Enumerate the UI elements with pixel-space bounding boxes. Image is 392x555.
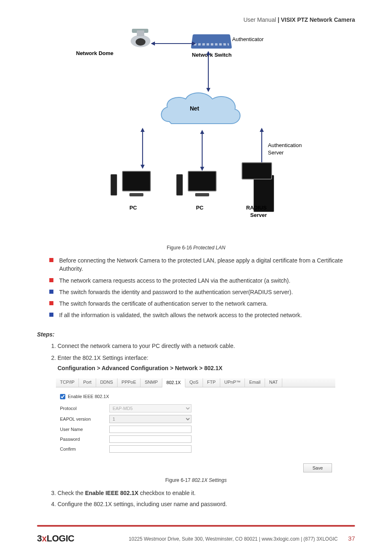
tab-email[interactable]: Email xyxy=(245,378,265,387)
password-label: Password xyxy=(60,437,109,442)
note-item: If all the information is validated, the… xyxy=(49,311,355,319)
svg-marker-6 xyxy=(192,41,196,46)
figure-6-17-prefix: Figure 6-17 xyxy=(165,477,190,483)
svg-marker-8 xyxy=(206,51,210,55)
tab-ddns[interactable]: DDNS xyxy=(96,378,118,387)
logo-3: 3 xyxy=(37,533,42,543)
confirm-input[interactable] xyxy=(109,445,191,453)
page-footer: 3xLOGIC 10225 Westmoor Drive, Suite 300,… xyxy=(37,533,355,544)
figure-6-17-title: 802.1X Settings xyxy=(191,477,227,483)
svg-marker-12 xyxy=(141,165,145,169)
settings-panel: TCP/IP Port DDNS PPPoE SNMP 802.1X QoS F… xyxy=(56,378,335,475)
note-item: Before connecting the Network Camera to … xyxy=(49,256,355,273)
username-input[interactable] xyxy=(109,426,191,433)
steps-list-continued: Check the Enable IEEE 802.1X checkbox to… xyxy=(58,489,355,509)
network-tabbar: TCP/IP Port DDNS PPPoE SNMP 802.1X QoS F… xyxy=(56,378,335,387)
tab-qos[interactable]: QoS xyxy=(185,378,203,387)
footer-rule xyxy=(37,525,355,527)
header-bold: | VISIX PTZ Network Camera xyxy=(278,16,355,23)
step-3: Check the Enable IEEE 802.1X checkbox to… xyxy=(58,489,355,497)
svg-marker-9 xyxy=(206,88,210,92)
panel-body: Enable IEEE 802.1X Protocol EAP-MD5 EAPO… xyxy=(56,387,335,459)
note-item: The switch forwards the identity and pas… xyxy=(49,288,355,296)
svg-marker-17 xyxy=(260,128,264,132)
header-light: User Manual xyxy=(243,16,277,23)
step-3-text-b: checkbox to enable it. xyxy=(138,490,196,496)
arrow-switch-cloud xyxy=(204,51,212,92)
figure-6-16-caption: Figure 6-16 Protected LAN xyxy=(37,245,355,251)
page-number: 37 xyxy=(348,535,355,542)
step-3-strong: Enable IEEE 802.1X xyxy=(85,490,138,496)
tab-tcpip[interactable]: TCP/IP xyxy=(56,378,79,387)
svg-marker-14 xyxy=(200,130,204,134)
step-2-breadcrumb: Configuration > Advanced Configuration >… xyxy=(58,364,355,373)
auth-server-label-2: Server xyxy=(268,150,284,156)
figure-6-17-caption: Figure 6-17 802.1X Settings xyxy=(37,477,355,483)
authenticator-label: Authenticator xyxy=(232,36,264,42)
note-item: The switch forwards the certificate of a… xyxy=(49,299,355,308)
protocol-label: Protocol xyxy=(60,406,109,411)
arrow-cloud-pc1 xyxy=(138,128,147,169)
tab-upnp[interactable]: UPnP™ xyxy=(220,378,245,387)
enable-8021x-label: Enable IEEE 802.1X xyxy=(68,394,109,399)
eapol-version-select[interactable]: 1 xyxy=(109,415,191,423)
eapol-version-label: EAPOL version xyxy=(60,417,109,421)
steps-heading: Steps: xyxy=(37,331,355,338)
step-3-text-a: Check the xyxy=(58,490,85,496)
brand-logo: 3xLOGIC xyxy=(37,533,74,544)
save-button[interactable]: Save xyxy=(303,463,332,472)
footer-right: 10225 Westmoor Drive, Suite 300, Westmin… xyxy=(129,535,355,542)
net-label: Net xyxy=(190,105,199,112)
steps-list: Connect the network camera to your PC di… xyxy=(58,342,355,373)
tab-nat[interactable]: NAT xyxy=(265,378,282,387)
confirm-label: Confirm xyxy=(60,447,109,451)
network-switch-icon xyxy=(191,35,232,49)
tab-ftp[interactable]: FTP xyxy=(203,378,220,387)
svg-marker-5 xyxy=(151,41,155,46)
username-label: User Name xyxy=(60,427,109,432)
tab-port[interactable]: Port xyxy=(79,378,96,387)
radius-label-2: Server xyxy=(250,212,267,218)
auth-server-label-1: Authentication xyxy=(268,142,302,148)
svg-point-2 xyxy=(136,38,145,46)
protected-lan-diagram: Network Dome Authenticator Network Switc… xyxy=(69,27,323,241)
network-dome-label: Network Dome xyxy=(76,50,113,56)
step-4-text: Configure the 802.1X settings, including… xyxy=(58,501,227,507)
logo-rest: LOGIC xyxy=(47,533,74,543)
step-2-text: Enter the 802.1X Settings interface: xyxy=(58,355,148,361)
logo-x: x xyxy=(42,533,47,543)
password-input[interactable] xyxy=(109,435,191,443)
step-2: Enter the 802.1X Settings interface: Con… xyxy=(58,354,355,373)
pc2-label: PC xyxy=(196,205,203,211)
tab-snmp[interactable]: SNMP xyxy=(141,378,162,387)
figure-6-16-title: Protected LAN xyxy=(192,245,225,251)
step-1-text: Connect the network camera to your PC di… xyxy=(58,343,235,349)
arrow-dome-switch xyxy=(151,39,196,48)
pc2-icon xyxy=(184,171,221,208)
page-header: User Manual | VISIX PTZ Network Camera xyxy=(37,16,355,23)
cloud-icon xyxy=(155,89,245,134)
footer-address: 10225 Westmoor Drive, Suite 300, Westmin… xyxy=(129,536,338,542)
figure-6-16-prefix: Figure 6-16 xyxy=(167,245,192,251)
radius-label-1: RADIUS xyxy=(246,205,267,211)
step-4: Configure the 802.1X settings, including… xyxy=(58,500,355,509)
pc1-label: PC xyxy=(129,205,137,211)
tab-pppoe[interactable]: PPPoE xyxy=(118,378,141,387)
tab-8021x[interactable]: 802.1X xyxy=(162,379,185,387)
step-1: Connect the network camera to your PC di… xyxy=(58,342,355,350)
svg-rect-3 xyxy=(137,30,144,36)
enable-8021x-checkbox[interactable] xyxy=(60,394,65,399)
pc1-icon xyxy=(118,171,155,208)
notes-list: Before connecting the Network Camera to … xyxy=(49,256,355,320)
note-item: The network camera requests access to th… xyxy=(49,276,355,285)
arrow-cloud-pc2 xyxy=(198,130,206,171)
svg-marker-11 xyxy=(141,128,145,132)
protocol-select[interactable]: EAP-MD5 xyxy=(109,404,191,412)
svg-marker-15 xyxy=(200,167,204,171)
